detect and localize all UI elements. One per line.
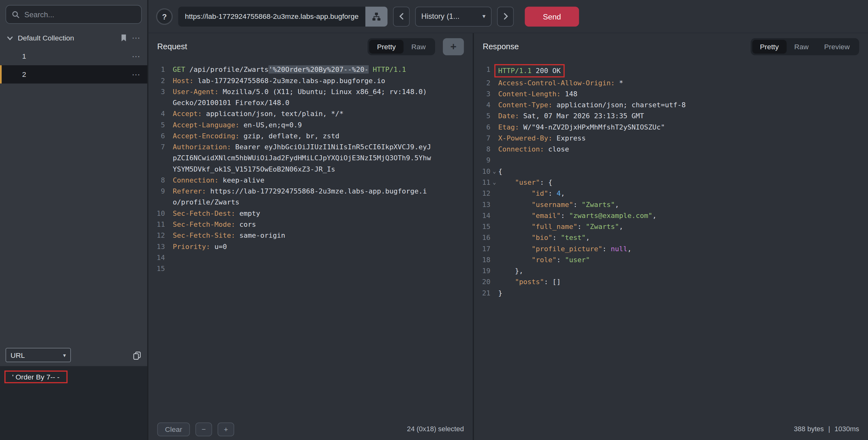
gutter-spacer xyxy=(165,108,173,120)
bookmark-icon[interactable] xyxy=(120,34,127,42)
collection-row-default[interactable]: Default Collection ⋯ xyxy=(0,29,147,47)
request-line-number: 15 xyxy=(153,263,165,274)
send-button[interactable]: Send xyxy=(525,6,579,26)
response-code-line: 7X-Powered-By: Express xyxy=(478,133,868,144)
request-tab-raw[interactable]: Raw xyxy=(403,39,433,53)
add-request-tab-button[interactable]: + xyxy=(443,38,464,55)
response-tab-pretty[interactable]: Pretty xyxy=(752,39,786,53)
gutter-spacer xyxy=(490,144,498,155)
response-line-number: 1 xyxy=(478,64,491,77)
response-code-line: 8Connection: close xyxy=(478,144,868,155)
response-footer: 388 bytes | 1030ms xyxy=(474,418,868,440)
response-line-number: 10 xyxy=(478,166,491,177)
response-line-content: "username": "Zwarts", xyxy=(498,199,619,210)
sitemap-icon xyxy=(371,11,381,21)
chevron-left-icon xyxy=(398,13,404,20)
gutter-spacer xyxy=(165,153,173,164)
response-code-line: 4Content-Type: application/json; charset… xyxy=(478,99,868,110)
history-dropdown[interactable]: History (1... ▾ xyxy=(415,6,492,26)
response-code-line: 19 }, xyxy=(478,265,868,276)
request-line-number: 12 xyxy=(153,230,165,241)
request-line-content: Sec-Fetch-Site: same-origin xyxy=(173,230,285,241)
chevron-down-icon[interactable] xyxy=(7,34,13,41)
sidebar-search-section xyxy=(0,0,147,29)
gutter-spacer xyxy=(490,243,498,255)
search-box[interactable] xyxy=(6,5,142,24)
response-panel-title: Response xyxy=(483,42,751,51)
item-menu-icon[interactable]: ⋯ xyxy=(132,69,141,79)
request-line-content: Priority: u=0 xyxy=(173,241,227,252)
request-code-line: 15 xyxy=(153,263,473,274)
gutter-spacer xyxy=(490,155,498,166)
gutter-spacer xyxy=(490,221,498,232)
response-code-line: 9 xyxy=(478,155,868,166)
request-line-number: 9 xyxy=(153,186,165,197)
response-tab-preview[interactable]: Preview xyxy=(816,39,858,53)
sitemap-button[interactable] xyxy=(365,6,388,26)
url-input[interactable] xyxy=(178,6,365,26)
response-view-tabs: Pretty Raw Preview xyxy=(751,38,859,55)
request-line-content: Gecko/20100101 Firefox/148.0 xyxy=(173,97,289,108)
request-item-label: 2 xyxy=(22,70,26,78)
response-viewer[interactable]: 1HTTP/1.1 200 OK2Access-Control-Allow-Or… xyxy=(474,60,868,418)
request-code-line: 2Host: lab-1772924755868-2u3mze.labs-app… xyxy=(153,75,473,86)
search-input[interactable] xyxy=(25,10,135,19)
request-line-number: 8 xyxy=(153,175,165,185)
increment-button[interactable]: + xyxy=(218,422,234,436)
request-line-number xyxy=(153,164,165,175)
sidebar-item-request-1[interactable]: 1 ⋯ xyxy=(0,47,147,65)
response-line-number: 12 xyxy=(478,188,491,199)
collection-menu-icon[interactable]: ⋯ xyxy=(132,33,141,43)
item-menu-icon[interactable]: ⋯ xyxy=(132,51,141,61)
request-code-line: 4Accept: application/json, text/plain, *… xyxy=(153,108,473,120)
request-line-number: 2 xyxy=(153,75,165,86)
request-line-content: o/profile/Zwarts xyxy=(173,197,239,208)
request-code-line: 12Sec-Fetch-Site: same-origin xyxy=(153,230,473,241)
request-line-number: 7 xyxy=(153,141,165,153)
response-line-content: Content-Length: 148 xyxy=(498,89,577,99)
fold-toggle-icon[interactable]: ⌄ xyxy=(490,166,498,177)
request-header: Request Pretty Raw + xyxy=(149,33,473,60)
clear-button[interactable]: Clear xyxy=(157,422,190,436)
main-area: ? xyxy=(149,0,868,440)
request-editor[interactable]: 1GET /api/profile/Zwarts'%20Order%20By%2… xyxy=(149,60,473,418)
response-line-number: 8 xyxy=(478,144,491,155)
request-tab-pretty[interactable]: Pretty xyxy=(369,39,403,53)
request-line-content: Accept-Language: en-US,en;q=0.9 xyxy=(173,120,302,131)
gutter-spacer xyxy=(490,287,498,299)
gutter-spacer xyxy=(165,64,173,75)
request-code-line: 3User-Agent: Mozilla/5.0 (X11; Ubuntu; L… xyxy=(153,86,473,97)
url-group xyxy=(178,6,388,26)
gutter-spacer xyxy=(490,277,498,287)
gutter-spacer xyxy=(490,255,498,265)
response-tab-raw[interactable]: Raw xyxy=(786,39,816,53)
response-line-number: 7 xyxy=(478,133,491,144)
response-code-line: 14 "email": "zwarts@example.com", xyxy=(478,210,868,221)
payload-type-select[interactable]: URL ▾ xyxy=(6,348,71,362)
response-size: 388 bytes xyxy=(794,425,824,433)
response-code-line: 16 "bio": "test", xyxy=(478,232,868,243)
gutter-spacer xyxy=(165,131,173,141)
help-button[interactable]: ? xyxy=(156,8,173,25)
history-prev-button[interactable] xyxy=(393,6,410,26)
request-line-content: GET /api/profile/Zwarts'%20Order%20By%20… xyxy=(173,64,406,75)
selection-info: 24 (0x18) selected xyxy=(407,425,464,433)
response-line-content: "bio": "test", xyxy=(498,232,590,243)
collection-tree: Default Collection ⋯ 1 ⋯ 2 ⋯ xyxy=(0,29,147,344)
response-line-content: "user": { xyxy=(498,177,553,188)
request-line-number: 5 xyxy=(153,120,165,131)
request-line-number: 3 xyxy=(153,86,165,97)
response-code-line: 3Content-Length: 148 xyxy=(478,89,868,99)
decrement-button[interactable]: − xyxy=(195,422,212,436)
fold-toggle-icon[interactable]: ⌄ xyxy=(490,177,498,188)
payload-section: URL ▾ ' Order By 7-- - xyxy=(0,344,147,440)
gutter-spacer xyxy=(490,199,498,210)
response-code-line: 15 "full_name": "Zwarts", xyxy=(478,221,868,232)
request-line-number xyxy=(153,97,165,108)
sidebar-item-request-2[interactable]: 2 ⋯ xyxy=(0,65,147,83)
payload-list: ' Order By 7-- - xyxy=(0,366,147,440)
history-next-button[interactable] xyxy=(497,6,514,26)
response-code-line: 1HTTP/1.1 200 OK xyxy=(478,64,868,77)
payload-item[interactable]: ' Order By 7-- - xyxy=(4,370,67,383)
copy-icon[interactable] xyxy=(132,350,142,360)
